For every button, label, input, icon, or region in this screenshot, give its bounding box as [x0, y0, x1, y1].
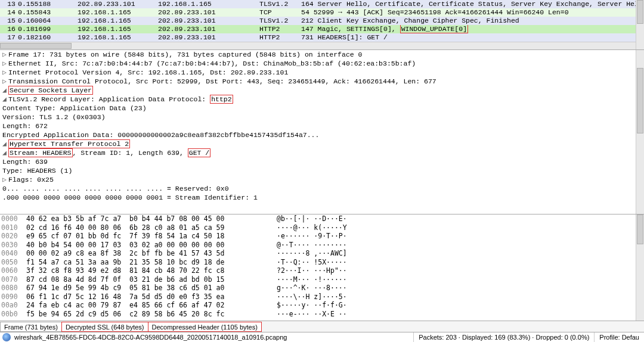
- hex-offset: 00a0: [0, 301, 26, 310]
- status-file-name: wireshark_4EB78565-FDC6-4DCB-82C0-AC9598…: [13, 334, 413, 341]
- packet-row[interactable]: 150.160064192.168.1.165202.89.233.101TLS…: [0, 17, 644, 25]
- hex-bytes: 24 fa eb c4 ac 00 79 87 e4 85 66 cf 66 a…: [26, 301, 277, 310]
- scroll-thumb[interactable]: [637, 68, 643, 133]
- hex-row[interactable]: 000040 62 ea b3 5b af 7c a7 b0 b4 44 b7 …: [0, 214, 644, 223]
- tree-ethernet[interactable]: ▷Ethernet II, Src: 7c:a7:b0:b4:44:b7 (7c…: [0, 59, 644, 68]
- hex-ascii: g···^·K· ···8····: [277, 284, 347, 293]
- tree-ssl-ver[interactable]: Version: TLS 1.2 (0x0303): [0, 113, 644, 122]
- tab-decrypted-ssl[interactable]: Decrypted SSL (648 bytes): [61, 322, 148, 332]
- tree-ssl-record[interactable]: ◢TLSv1.2 Record Layer: Application Data …: [0, 95, 644, 104]
- tree-label: .000 0000 0000 0000 0000 0000 0000 0001 …: [2, 194, 258, 201]
- hex-dump-pane[interactable]: 000040 62 ea b3 5b af 7c a7 b0 b4 44 b7 …: [0, 214, 644, 321]
- col-info: 212 Client Key Exchange, Change Cipher S…: [300, 17, 644, 25]
- tab-decompressed-header[interactable]: Decompressed Header (1105 bytes): [148, 322, 262, 332]
- scroll-thumb[interactable]: [0, 43, 72, 49]
- hex-vscroll[interactable]: [636, 214, 644, 321]
- hex-offset: 0050: [0, 258, 26, 267]
- tab-frame-bytes[interactable]: Frame (731 bytes): [0, 322, 62, 332]
- tree-label: Frame 17: 731 bytes on wire (5848 bits),…: [8, 51, 363, 58]
- tree-label: Length: 639: [2, 158, 48, 166]
- scroll-thumb[interactable]: [637, 0, 643, 24]
- expand-icon[interactable]: ▷: [2, 68, 8, 77]
- tree-http2-len[interactable]: Length: 639: [0, 157, 644, 166]
- hex-row[interactable]: 00b0f5 be 94 65 2d c9 d5 06 c2 89 58 b6 …: [0, 310, 644, 319]
- packet-details-pane[interactable]: ▷Frame 17: 731 bytes on wire (5848 bits)…: [0, 50, 644, 214]
- tree-label: Ethernet II, Src: 7c:a7:b0:b4:44:b7 (7c:…: [8, 60, 416, 67]
- packet-list-vscroll[interactable]: [636, 0, 644, 49]
- hex-row[interactable]: 008067 94 1e d9 5e 99 4b c9 05 81 be 38 …: [0, 284, 644, 293]
- status-packet-counts: Packets: 203 · Displayed: 169 (83.3%) · …: [413, 332, 594, 342]
- hex-row[interactable]: 003040 b0 b4 54 00 00 17 03 03 02 a0 00 …: [0, 241, 644, 250]
- hex-row[interactable]: 0050f1 54 a7 ca 51 3a aa 9b 21 35 58 10 …: [0, 258, 644, 267]
- tree-ssl-len[interactable]: Length: 672: [0, 122, 644, 130]
- tree-label: TLSv1.2 Record Layer: Application Data P…: [8, 95, 210, 103]
- hex-row[interactable]: 004000 00 02 a9 c8 ea 8f 38 2c bf fb be …: [0, 249, 644, 258]
- expand-icon[interactable]: ▷: [2, 77, 8, 86]
- hex-row[interactable]: 00603f 32 c8 f8 93 49 e2 d8 81 84 cb 48 …: [0, 266, 644, 275]
- tree-frame[interactable]: ▷Frame 17: 731 bytes on wire (5848 bits)…: [0, 50, 644, 59]
- hex-bytes: 00 00 02 a9 c8 ea 8f 38 2c bf fb be 41 5…: [26, 249, 277, 258]
- packet-row[interactable]: 170.182160192.168.1.165202.89.233.101HTT…: [0, 33, 644, 42]
- col-info: 164 Server Hello, Certificate, Certifica…: [300, 0, 644, 8]
- hex-row[interactable]: 009006 f1 1c d7 5c 12 16 48 7a 5d d5 d0 …: [0, 293, 644, 301]
- tree-http2[interactable]: ◢HyperText Transfer Protocol 2: [0, 139, 644, 148]
- tree-http2-sid[interactable]: .000 0000 0000 0000 0000 0000 0000 0001 …: [0, 193, 644, 202]
- col-src: 192.168.1.165: [76, 25, 157, 33]
- tree-http2-reserved[interactable]: 0... .... .... .... .... .... .... .... …: [0, 184, 644, 193]
- tree-ssl-enc[interactable]: Encrypted Application Data: 000000000000…: [0, 130, 644, 139]
- expand-icon[interactable]: ▷: [2, 50, 8, 59]
- col-time: 0.182160: [17, 33, 76, 42]
- col-num: 14: [0, 8, 17, 17]
- tree-http2-type[interactable]: Type: HEADERS (1): [0, 166, 644, 175]
- col-num: 13: [0, 0, 17, 8]
- col-proto: HTTP2: [258, 33, 300, 42]
- tree-ip[interactable]: ▷Internet Protocol Version 4, Src: 192.1…: [0, 68, 644, 77]
- expand-icon[interactable]: ▷: [2, 175, 8, 184]
- tree-ssl[interactable]: ◢Secure Sockets Layer: [0, 86, 644, 95]
- col-info: 147 Magic, SETTINGS[0], WINDOW_UPDATE[0]: [300, 25, 644, 33]
- col-dst: 202.89.233.101: [157, 25, 258, 33]
- tree-highlight: Stream: HEADERS: [8, 148, 73, 157]
- scroll-thumb[interactable]: [637, 214, 643, 244]
- col-proto: TLSv1.2: [258, 17, 300, 25]
- details-vscroll[interactable]: [636, 50, 644, 214]
- collapse-icon[interactable]: ◢: [2, 139, 8, 148]
- col-num: 15: [0, 17, 17, 25]
- tree-tcp[interactable]: ▷Transmission Control Protocol, Src Port…: [0, 77, 644, 86]
- col-info: 54 52999 → 443 [ACK] Seq=234651198 Ack=4…: [300, 8, 644, 17]
- hex-bytes: 3f 32 c8 f8 93 49 e2 d8 81 84 cb 48 70 2…: [26, 266, 277, 275]
- hex-bytes: f1 54 a7 ca 51 3a aa 9b 21 35 58 10 bc d…: [26, 258, 277, 267]
- packet-row[interactable]: 160.181699192.168.1.165202.89.233.101HTT…: [0, 25, 644, 33]
- hex-offset: 0080: [0, 284, 26, 293]
- tree-label: 0... .... .... .... .... .... .... .... …: [2, 185, 229, 192]
- collapse-icon[interactable]: ◢: [2, 86, 8, 95]
- packet-row[interactable]: 140.155843192.168.1.165202.89.233.101TCP…: [0, 8, 644, 17]
- packet-list-pane[interactable]: 130.155188202.89.233.101192.168.1.165TLS…: [0, 0, 644, 50]
- hex-bytes: e9 65 cf 07 01 bb 0d fc 7f 39 f8 54 1a c…: [26, 232, 277, 241]
- tree-ssl-ct[interactable]: Content Type: Application Data (23): [0, 104, 644, 113]
- status-profile[interactable]: Profile: Defau: [594, 332, 644, 342]
- col-time: 0.181699: [17, 25, 76, 33]
- packet-list-hscroll[interactable]: [0, 42, 636, 49]
- collapse-icon[interactable]: ◢: [2, 95, 8, 104]
- packet-list-table[interactable]: 130.155188202.89.233.101192.168.1.165TLS…: [0, 0, 644, 42]
- col-time: 0.160064: [17, 17, 76, 25]
- expert-info-icon[interactable]: [2, 333, 11, 341]
- tree-http2-stream[interactable]: ◢Stream: HEADERS, Stream ID: 1, Length 6…: [0, 148, 644, 157]
- hex-row[interactable]: 0020e9 65 cf 07 01 bb 0d fc 7f 39 f8 54 …: [0, 232, 644, 241]
- packet-row[interactable]: 130.155188202.89.233.101192.168.1.165TLS…: [0, 0, 644, 8]
- hex-row[interactable]: 007087 cd 08 8a 4d 8d 7f 0f 03 21 de b6 …: [0, 275, 644, 284]
- hex-ascii: ·e······ ·9·T··P·: [277, 232, 347, 241]
- hex-ascii: ····@··· k(·····Y: [277, 223, 347, 232]
- hex-row[interactable]: 00a024 fa eb c4 ac 00 79 87 e4 85 66 cf …: [0, 301, 644, 310]
- tree-label: HyperText Transfer Protocol 2: [8, 139, 130, 148]
- col-num: 16: [0, 25, 17, 33]
- tree-highlight: http2: [210, 95, 233, 104]
- tree-http2-flags[interactable]: ▷Flags: 0x25: [0, 175, 644, 184]
- hex-row[interactable]: 001002 cd 16 f6 40 00 80 06 6b 28 c0 a8 …: [0, 223, 644, 232]
- expand-icon[interactable]: ▷: [2, 59, 8, 68]
- hex-offset: 0000: [0, 214, 26, 223]
- hex-bytes: f5 be 94 65 2d c9 d5 06 c2 89 58 b6 45 2…: [26, 310, 277, 319]
- hex-offset: 0060: [0, 266, 26, 275]
- collapse-icon[interactable]: ◢: [2, 148, 8, 157]
